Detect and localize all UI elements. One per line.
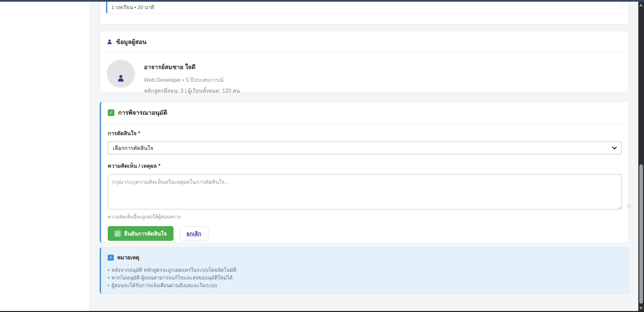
note-section-title: หมายเหตุ	[117, 253, 139, 262]
chevron-down-icon	[612, 147, 617, 150]
action-buttons-row: ✓ ยืนยันการตัดสินใจ ยกเลิก	[108, 226, 622, 241]
approval-section-title: การพิจารณาอนุมัติ	[118, 108, 167, 117]
note-item: •หากไม่อนุมัติ ผู้สอนสามารถแก้ไขและส่งขอ…	[108, 274, 622, 281]
confirm-decision-button[interactable]: ✓ ยืนยันการตัดสินใจ	[108, 226, 174, 241]
note-item-text: หากไม่อนุมัติ ผู้สอนสามารถแก้ไขและส่งขออ…	[111, 275, 233, 280]
decision-label: การตัดสินใจ *	[108, 129, 622, 138]
note-item-text: หลังจากอนุมัติ หลักสูตรจะถูกเผยแพร่ในระบ…	[111, 267, 236, 273]
check-icon: ✓	[108, 109, 114, 116]
lesson-meta-text: 1 บทเรียน • 20 นาที	[111, 3, 154, 11]
cancel-button-label: ยกเลิก	[187, 231, 201, 237]
approval-card-header: ✓ การพิจารณาอนุมัติ	[101, 102, 629, 123]
bullet-icon: •	[108, 267, 109, 273]
instructor-card-header: ข้อมูลผู้สอน	[100, 31, 629, 53]
avatar	[107, 60, 135, 88]
person-icon	[107, 39, 112, 45]
instructor-body: อาจารย์สมชาย ใจดี Web Developer • 5 ปีปร…	[100, 53, 629, 95]
instructor-card: ข้อมูลผู้สอน อาจารย์สมชาย ใจดี Web Devel…	[100, 31, 629, 93]
instructor-section-title: ข้อมูลผู้สอน	[116, 37, 147, 47]
note-card: i หมายเหตุ •หลังจากอนุมัติ หลักสูตรจะถูก…	[100, 247, 629, 294]
bullet-icon: •	[108, 282, 109, 288]
scroll-down-icon[interactable]	[639, 307, 643, 310]
comment-label: ความคิดเห็น / เหตุผล *	[108, 162, 622, 170]
confirm-button-label: ยืนยันการตัดสินใจ	[124, 229, 167, 238]
instructor-name: อาจารย์สมชาย ใจดี	[144, 62, 240, 72]
course-content-card: 1 บทเรียน • 20 นาที	[100, 2, 629, 24]
decision-select[interactable]: เลือกการตัดสินใจ	[108, 142, 622, 154]
main-content-area: 1 บทเรียน • 20 นาที ข้อมูลผู้สอน อาจารย์…	[90, 2, 638, 311]
comment-textarea[interactable]	[108, 174, 622, 209]
cancel-button[interactable]: ยกเลิก	[180, 226, 208, 241]
approval-form: การตัดสินใจ * เลือกการตัดสินใจ ความคิดเห…	[101, 123, 629, 241]
decision-select-value: เลือกการตัดสินใจ	[113, 144, 153, 152]
instructor-details: อาจารย์สมชาย ใจดี Web Developer • 5 ปีปร…	[144, 60, 240, 95]
lesson-item[interactable]: 1 บทเรียน • 20 นาที	[106, 2, 623, 13]
instructor-role: Web Developer • 5 ปีประสบการณ์	[144, 76, 240, 84]
instructor-stats: หลักสูตรที่สอน: 3 | ผู้เรียนทั้งหมด: 120…	[144, 87, 240, 95]
note-list: •หลังจากอนุมัติ หลักสูตรจะถูกเผยแพร่ในระ…	[108, 266, 622, 289]
note-item-text: ผู้สอนจะได้รับการแจ้งเตือนผ่านอีเมลและใน…	[111, 282, 217, 288]
comment-helper-text: ความคิดเห็นนี้จะถูกส่งให้ผู้สอนทราบ	[108, 213, 622, 220]
vertical-scrollbar[interactable]	[638, 2, 644, 312]
avatar-person-icon	[117, 74, 124, 83]
window-top-bar	[0, 0, 644, 2]
bullet-icon: •	[108, 275, 109, 280]
note-item: •หลังจากอนุมัติ หลักสูตรจะถูกเผยแพร่ในระ…	[108, 266, 622, 274]
check-icon: ✓	[114, 230, 121, 237]
approval-card: ✓ การพิจารณาอนุมัติ การตัดสินใจ * เลือกก…	[100, 102, 629, 243]
note-header: i หมายเหตุ	[108, 253, 622, 262]
left-sidebar	[0, 2, 90, 311]
resize-handle-icon[interactable]	[627, 204, 631, 208]
note-item: •ผู้สอนจะได้รับการแจ้งเตือนผ่านอีเมลและใ…	[108, 281, 622, 289]
info-icon: i	[108, 255, 114, 261]
scrollbar-thumb[interactable]	[639, 164, 643, 304]
content-column: 1 บทเรียน • 20 นาที ข้อมูลผู้สอน อาจารย์…	[100, 2, 629, 294]
scroll-up-icon[interactable]	[639, 4, 643, 6]
